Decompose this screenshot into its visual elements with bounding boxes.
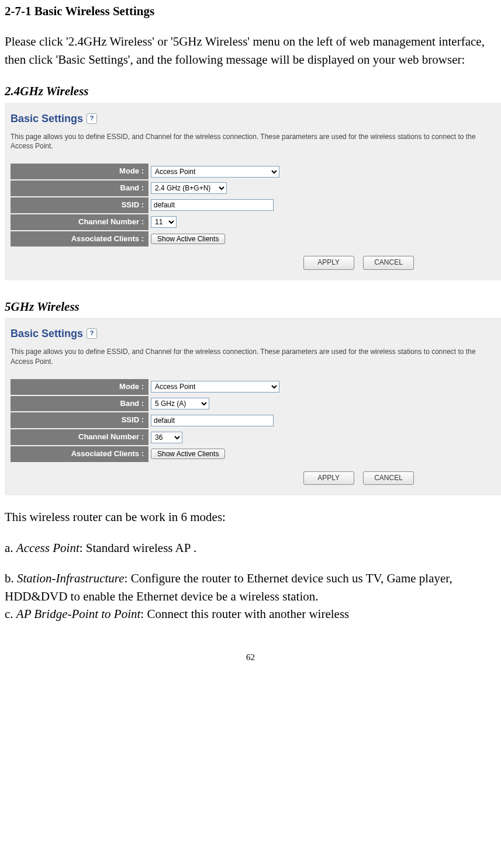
mode-c-name: AP Bridge-Point to Point [16,607,141,621]
mode-a-desc: : Standard wireless AP . [80,541,196,555]
band-select[interactable]: 5 GHz (A) [151,398,209,409]
band-label: Band : [11,395,148,412]
modes-intro: This wireless router can be work in 6 mo… [5,508,496,526]
ssid-label: SSID : [11,197,148,214]
clients-label: Associated Clients : [11,446,148,463]
channel-select[interactable]: 36 [151,432,182,443]
panel-description: This page allows you to define ESSID, an… [11,347,496,366]
ssid-label: SSID : [11,412,148,429]
mode-b-name: Station-Infrastructure [17,571,125,585]
subheading-5ghz: 5GHz Wireless [5,298,496,315]
section-heading: 2-7-1 Basic Wireless Settings [5,2,496,20]
panel-title: Basic Settings [11,326,83,341]
panel-title-row: Basic Settings ? [11,107,496,132]
panel-5ghz: Basic Settings ? This page allows you to… [5,318,501,495]
ssid-input[interactable] [151,415,274,426]
mode-a-name: Access Point [16,541,80,555]
mode-b: b. Station-Infrastructure: Configure the… [5,570,496,605]
cancel-button[interactable]: CANCEL [363,471,414,485]
mode-label: Mode : [11,379,148,395]
panel-24ghz: Basic Settings ? This page allows you to… [5,103,501,280]
channel-label: Channel Number : [11,429,148,446]
mode-b-prefix: b. [5,571,17,585]
show-clients-button[interactable]: Show Active Clients [151,234,225,244]
intro-paragraph: Please click '2.4GHz Wireless' or '5GHz … [5,33,496,68]
apply-button[interactable]: APPLY [303,471,354,485]
apply-button[interactable]: APPLY [303,256,354,269]
panel-title: Basic Settings [11,111,83,126]
button-row: APPLY CANCEL [11,248,496,269]
button-row: APPLY CANCEL [11,463,496,485]
channel-label: Channel Number : [11,214,148,231]
mode-c-desc: : Connect this router with another wirel… [140,607,349,621]
mode-label: Mode : [11,164,148,180]
help-icon[interactable]: ? [87,328,97,339]
mode-c: c. AP Bridge-Point to Point: Connect thi… [5,605,496,623]
show-clients-button[interactable]: Show Active Clients [151,449,225,459]
mode-a: a. Access Point: Standard wireless AP . [5,539,496,557]
channel-select[interactable]: 11 [151,216,177,228]
mode-select[interactable]: Access Point [151,381,279,393]
panel-title-row: Basic Settings ? [11,322,496,347]
panel-description: This page allows you to define ESSID, an… [11,132,496,151]
cancel-button[interactable]: CANCEL [363,256,414,269]
settings-table: Mode : Access Point Band : 5 GHz (A) SSI… [11,379,279,463]
mode-a-prefix: a. [5,541,16,555]
subheading-24ghz: 2.4GHz Wireless [5,82,496,100]
help-icon[interactable]: ? [87,113,97,124]
page-number: 62 [5,651,496,664]
clients-label: Associated Clients : [11,231,148,248]
mode-c-prefix: c. [5,607,16,621]
band-select[interactable]: 2.4 GHz (B+G+N) [151,182,227,194]
ssid-input[interactable] [151,199,274,211]
band-label: Band : [11,180,148,197]
mode-select[interactable]: Access Point [151,166,279,178]
settings-table: Mode : Access Point Band : 2.4 GHz (B+G+… [11,164,279,248]
